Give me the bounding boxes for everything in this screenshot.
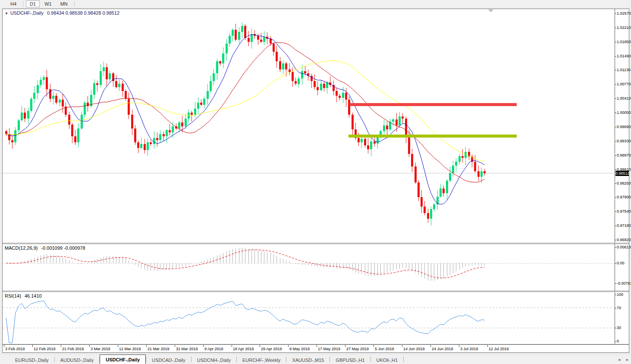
rsi-label: RSI(14) [5, 293, 21, 298]
candlestick-chart-canvas[interactable] [3, 9, 615, 243]
date-axis-label: 12 Jul 2019 [489, 347, 509, 351]
date-axis-label: 9 Apr 2019 [204, 347, 223, 351]
chart-ohlc-values: 0.98434 0.98538 0.98428 0.98512 [47, 10, 119, 16]
price-axis-tick [615, 98, 616, 99]
date-axis-label: 21 Feb 2019 [62, 347, 84, 351]
date-axis-tick [260, 345, 260, 347]
price-axis-label: 1.00770 [617, 82, 631, 86]
tab-audusd-daily[interactable]: AUDUSD-,Daily [55, 356, 100, 364]
macd-panel[interactable]: MACD(12,26,9)-0.001099 -0.000978 [3, 244, 615, 291]
macd-values: -0.001099 -0.000978 [41, 245, 85, 251]
rsi-panel[interactable]: RSI(14)46.1410 [3, 292, 615, 344]
macd-axis-tick [615, 283, 616, 284]
timeframe-button-mn[interactable]: MN [57, 0, 72, 7]
price-axis-label: 0.97540 [617, 209, 631, 213]
price-chart-panel[interactable]: ▼USDCHF-,Daily0.98434 0.98538 0.98428 0.… [3, 9, 615, 243]
rsi-axis-label: 100 [617, 292, 623, 297]
date-axis-tick [374, 345, 374, 347]
date-axis-tick [203, 345, 204, 347]
date-axis-tick [232, 345, 232, 347]
chart-symbol-label: USDCHF-,Daily [10, 10, 44, 16]
timeframe-button-w1[interactable]: W1 [41, 0, 56, 7]
date-axis-tick [487, 345, 488, 347]
macd-axis-tick [615, 263, 616, 264]
tab-usdchf-daily[interactable]: USDCHF-,Daily [100, 355, 146, 364]
date-axis-label: 24 Jun 2019 [432, 347, 453, 351]
macd-axis-label: 0.00613 [617, 245, 631, 249]
date-axis[interactable]: 3 Feb 2019 12 Feb 2019 21 Feb 2019 3 Mar… [3, 344, 629, 352]
date-axis-label: 31 Mar 2019 [176, 347, 198, 351]
price-axis-tick [615, 226, 616, 226]
price-axis-tick [615, 127, 616, 127]
date-axis-tick [288, 345, 289, 347]
price-axis-label: 0.97180 [617, 223, 631, 228]
macd-canvas[interactable] [3, 244, 615, 291]
tab-usdcnh-daily[interactable]: USDCNH-,Daily [191, 356, 236, 364]
tab-ukoil-h1[interactable]: UKOil-,H1 [371, 356, 404, 364]
date-axis-label: 27 May 2019 [346, 347, 369, 351]
date-axis-tick [118, 345, 118, 347]
date-axis-tick [345, 345, 345, 347]
date-axis-tick [89, 345, 90, 347]
tab-eurchf-weekly[interactable]: EURCHF-,Weekly [237, 356, 286, 364]
price-axis-label: 0.98250 [617, 181, 631, 185]
date-axis-tick [430, 345, 431, 347]
timeframe-button-d1[interactable]: D1 [26, 0, 40, 7]
price-axis-tick [615, 42, 616, 42]
macd-title: MACD(12,26,9)-0.001099 -0.000978 [5, 245, 85, 251]
price-axis-label: 1.00050 [617, 110, 631, 115]
tabs-scroll-right-icon[interactable]: ▸ [626, 357, 628, 362]
rsi-axis-tick [615, 308, 616, 308]
tab-xauusd-m15[interactable]: XAUUSD-,M15 [286, 356, 330, 364]
price-axis-label: 1.02210 [617, 25, 631, 30]
price-axis-tick [615, 13, 616, 14]
price-axis-label: 0.96820 [617, 238, 631, 242]
toolbar-separator [74, 1, 75, 7]
tab-eurusd-daily[interactable]: EURUSD-,Daily [9, 356, 54, 364]
current-price-badge: 0.98512 [615, 171, 629, 176]
date-axis-tick [32, 345, 33, 347]
date-axis-label: 5 Jun 2019 [375, 347, 394, 351]
chart-tab-bar: EURUSD-,DailyAUDUSD-,DailyUSDCHF-,DailyU… [0, 354, 631, 364]
tab-usdcad-daily[interactable]: USDCAD-,Daily [146, 356, 191, 364]
price-axis-label: 1.02570 [617, 11, 631, 16]
date-axis-label: 12 Feb 2019 [34, 347, 56, 351]
tabs-scroll-left-icon[interactable]: ◂ [618, 357, 620, 362]
rsi-axis-label: 70 [617, 306, 621, 310]
date-axis-label: 21 Mar 2019 [148, 347, 170, 351]
price-axis-tick [615, 197, 616, 198]
timeframe-button-h4[interactable]: H4 [6, 0, 20, 7]
chart-window: ▼USDCHF-,Daily0.98434 0.98538 0.98428 0.… [2, 9, 629, 353]
chart-title: ▼USDCHF-,Daily0.98434 0.98538 0.98428 0.… [5, 10, 119, 16]
price-axis-tick [615, 169, 616, 170]
rsi-axis-tick [615, 295, 616, 295]
price-axis-label: 1.01490 [617, 54, 631, 58]
toolbar-separator [23, 1, 23, 7]
macd-axis[interactable]: 0.00613 0.00 -0.007612 [615, 244, 629, 291]
rsi-axis-label: 0 [617, 339, 619, 343]
rsi-axis-tick [615, 341, 616, 342]
price-axis-label: 0.99330 [617, 139, 631, 143]
date-axis-label: 3 Jul 2019 [460, 347, 478, 351]
price-axis[interactable]: 1.02570 1.02210 1.01850 1.01490 1.01130 … [615, 9, 629, 243]
tab-gbpusd-h1[interactable]: GBPUSD-,H1 [330, 356, 370, 364]
price-axis-tick [615, 155, 616, 156]
rsi-axis[interactable]: 100 70 30 0 [615, 292, 629, 344]
date-axis-label: 14 Jun 2019 [403, 347, 425, 351]
price-axis-tick [615, 70, 616, 70]
macd-axis-label: 0.00 [617, 261, 625, 265]
tab-separator [403, 357, 404, 362]
price-axis-label: 0.97900 [617, 195, 631, 199]
rsi-value: 46.1410 [25, 293, 42, 298]
date-axis-tick [61, 345, 61, 347]
collapse-icon[interactable]: ▼ [5, 12, 8, 16]
chart-shift-icon[interactable] [488, 9, 493, 12]
price-axis-tick [615, 240, 616, 240]
date-axis-label: 17 May 2019 [318, 347, 340, 351]
price-axis-tick [615, 113, 616, 113]
rsi-axis-label: 30 [617, 326, 621, 330]
price-axis-tick [615, 84, 616, 85]
rsi-canvas[interactable] [3, 292, 615, 344]
date-axis-label: 3 Feb 2019 [5, 347, 25, 351]
date-axis-tick [146, 345, 147, 347]
